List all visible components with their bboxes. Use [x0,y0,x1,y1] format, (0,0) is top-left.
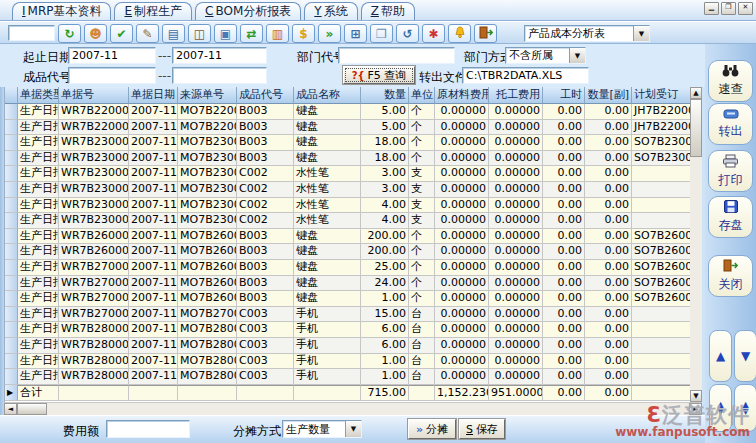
rotate-button[interactable]: ↺ [396,24,419,43]
scroll-up-icon[interactable]: ▲ [690,87,702,99]
date-to-input[interactable] [172,47,267,64]
export-out-button[interactable]: 转出 [708,103,753,145]
table-cell: C003 [237,338,294,354]
column-header[interactable]: 托工费用 [489,87,543,104]
column-header[interactable]: 单位 [409,87,435,104]
alloc-method-select[interactable]: 生产数量 ▼ [282,420,362,438]
save-button[interactable]: S 保存 [459,419,505,439]
product-to-input[interactable] [172,67,267,84]
column-header[interactable]: 计划受订 [632,87,691,104]
table-row[interactable]: 生产日报WR7B270003->12007-11-27MO7B260004B00… [5,291,702,307]
table-row[interactable]: 生产日报WR7B230001->22007-11-23MO7B230003B00… [5,151,702,167]
table-row[interactable]: 生产日报WR7B260001->12007-11-26MO7B260003B00… [5,229,702,245]
print-button[interactable]: 打印 [708,150,753,192]
table-row[interactable]: 生产日报WR7B220002->12007-11-22MO7B220006B00… [5,104,702,120]
table-cell: 0.00 [543,182,585,198]
globe-edit-button[interactable]: ✎ [136,24,159,43]
copy-button[interactable]: ❐ [370,24,393,43]
column-header[interactable]: 来源单号 [178,87,237,104]
dept-mode-select[interactable]: 不含所属 ▼ [505,47,586,64]
table-row[interactable]: 生产日报WR7B230003->22007-11-23MO7B230005C00… [5,213,702,229]
fee-amount-input[interactable] [106,420,190,438]
column-header[interactable]: 成品代号 [237,87,294,104]
table-row[interactable]: 生产日报WR7B230001->12007-11-23MO7B230003B00… [5,135,702,151]
move-bottom-button[interactable]: ▲▼ [734,384,756,432]
book-button[interactable]: ◫ [188,24,211,43]
refresh-button[interactable]: ↻ [58,24,81,43]
close-button[interactable]: 关闭 [708,255,753,297]
table-row[interactable]: 生产日报WR7B270001->12007-11-27MO7B260004B00… [5,260,702,276]
move-top-button[interactable]: ▲▼ [709,384,732,432]
bell-button[interactable] [448,24,471,43]
dept-code-input[interactable] [338,47,455,64]
scroll-left-icon[interactable]: ◄ [4,403,17,415]
column-header[interactable]: 单据号 [59,87,129,104]
column-header[interactable]: 数量[副] [585,87,632,104]
hscroll-thumb[interactable] [17,403,47,415]
quick-search-button[interactable]: 速查 [708,60,753,102]
column-header[interactable]: 单据日期 [129,87,178,104]
move-up-button[interactable]: ▲ [709,330,732,382]
table-cell: C003 [237,307,294,323]
menu-tab-c[interactable]: CBOM分析报表 [195,2,301,20]
product-from-input[interactable] [68,67,156,84]
table-cell: 0.00 [585,260,632,276]
quick-search-label: 速查 [719,81,743,98]
horizontal-scrollbar[interactable]: ◄ ► [4,402,702,415]
toolbar-quick-input[interactable] [8,25,55,41]
allocate-button[interactable]: » 分摊 [408,419,456,439]
date-from-input[interactable] [68,47,156,64]
id-card-button[interactable]: ▤ [162,24,185,43]
move-down-button[interactable]: ▼ [734,330,756,382]
table-cell: 生产日报 [18,120,59,136]
calculator-button[interactable]: ⊞ [344,24,367,43]
column-header[interactable]: 成品名称 [294,87,361,104]
table-row[interactable]: 生产日报WR7B280002->12007-11-28MO7B280003C00… [5,354,702,370]
vertical-scrollbar[interactable]: ▲ ▼ [690,87,702,402]
table-row[interactable]: 生产日报WR7B280001->12007-11-28MO7B280003C00… [5,322,702,338]
scroll-down-icon[interactable]: ▼ [690,390,702,402]
column-header[interactable]: 工时 [543,87,585,104]
table-row[interactable]: 生产日报WR7B270004->12007-11-27MO7B270003C00… [5,307,702,323]
table-row[interactable]: 生产日报WR7B280001->22007-11-28MO7B280003C00… [5,338,702,354]
report-selector[interactable]: 产品成本分析表 ▼ [524,25,650,42]
column-header[interactable]: 单据类型 [18,87,59,104]
table-row[interactable]: 生产日报WR7B230002->22007-11-23MO7B230004C00… [5,182,702,198]
close-button[interactable]: ✕ [738,2,753,15]
table-row[interactable]: 生产日报WR7B230002->12007-11-23MO7B230004C00… [5,166,702,182]
table-cell: 200.00 [361,229,409,245]
chart-db-button[interactable]: ▥ [266,24,289,43]
scroll-right-icon[interactable]: ► [689,403,702,415]
minimize-button[interactable]: ▁ [704,2,719,15]
double-check-button[interactable]: » [318,24,341,43]
chevron-down-icon[interactable]: ▼ [569,48,585,63]
allocate-button-label: 分摊 [426,422,448,437]
table-row[interactable]: 生产日报WR7B280002->22007-11-28MO7B280003C00… [5,369,702,385]
user-permission-button[interactable]: ☻ [84,24,107,43]
menu-tab-y[interactable]: Y系统 [304,2,357,20]
table-row[interactable]: 生产日报WR7B230003->12007-11-23MO7B230005C00… [5,198,702,214]
table-row[interactable]: 生产日报WR7B260001->22007-11-26MO7B260003B00… [5,244,702,260]
edit-check-button[interactable]: ✔ [110,24,133,43]
total-row[interactable]: ▶合计715.001,152.23080951.000000.000.00 [5,385,702,401]
chevron-down-icon[interactable]: ▼ [345,421,361,437]
pinwheel-button[interactable]: ✱ [422,24,445,43]
chevron-down-icon[interactable]: ▼ [633,26,649,41]
menu-tab-z[interactable]: Z帮助 [361,2,415,20]
dollar-button[interactable]: $ [292,24,315,43]
query-button[interactable]: ?{ F5 查询 [343,66,415,84]
table-row[interactable]: 生产日报WR7B220003->12007-11-22MO7B220006B00… [5,120,702,136]
column-header[interactable]: 数量 [361,87,409,104]
restore-button[interactable]: ❐ [721,2,736,15]
column-header[interactable]: 原材料费用 [435,87,489,104]
export-file-input[interactable] [462,67,589,84]
exit-door-button[interactable] [474,24,497,43]
menu-tab-e[interactable]: E制程生产 [114,2,192,20]
table-row[interactable]: 生产日报WR7B270002->12007-11-27MO7B260004B00… [5,276,702,292]
triangle-bottom-icon: ▲▼ [742,401,748,415]
vscroll-thumb[interactable] [690,99,702,157]
save-disk-button[interactable]: 存盘 [708,196,753,238]
monitor-button[interactable]: ▣ [214,24,237,43]
recycle-button[interactable]: ⇄ [240,24,263,43]
menu-tab-i[interactable]: IMRP基本资料 [12,2,111,20]
